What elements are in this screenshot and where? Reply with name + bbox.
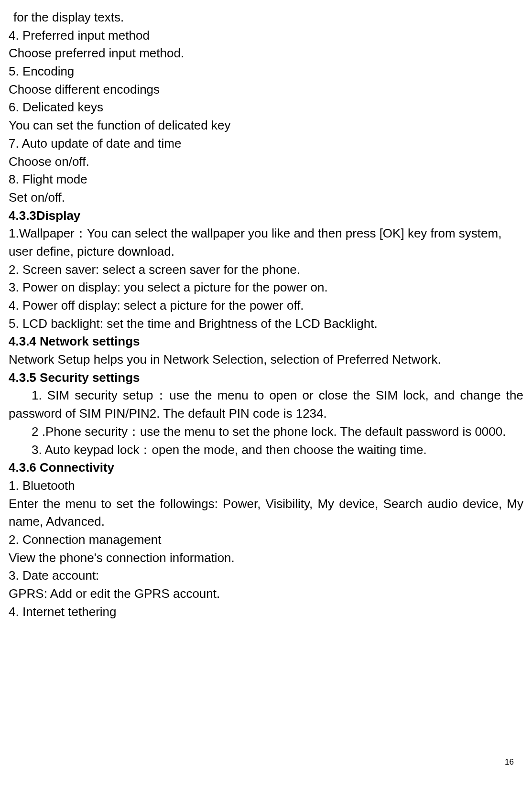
text-line: 1.Wallpaper：You can select the wallpaper…	[9, 225, 523, 260]
section-heading-connectivity: 4.3.6 Connectivity	[9, 459, 523, 477]
text-line: GPRS: Add or edit the GPRS account.	[9, 585, 523, 603]
text-line: Enter the menu to set the followings: Po…	[9, 495, 523, 531]
text-line: Choose different encodings	[9, 81, 523, 99]
text-line: Set on/off.	[9, 189, 523, 207]
text-line: View the phone's connection information.	[9, 549, 523, 567]
section-heading-display: 4.3.3Display	[9, 207, 523, 225]
text-line: 6. Delicated keys	[9, 98, 523, 117]
text-line: 4. Power off display: select a picture f…	[9, 297, 523, 315]
text-line: 2. Screen saver: select a screen saver f…	[9, 261, 523, 279]
text-line: 4. Internet tethering	[9, 603, 523, 621]
text-line: 8. Flight mode	[9, 171, 523, 189]
text-line: for the display texts.	[9, 9, 523, 27]
text-line: 1. SIM security setup：use the menu to op…	[9, 387, 523, 422]
section-heading-network-settings: 4.3.4 Network settings	[9, 333, 523, 351]
text-line: Choose on/off.	[9, 153, 523, 171]
text-line: 3. Power on display: you select a pictur…	[9, 279, 523, 297]
text-line: 3. Auto keypad lock：open the mode, and t…	[9, 441, 523, 459]
text-line: You can set the function of delicated ke…	[9, 117, 523, 135]
text-line: 5. Encoding	[9, 63, 523, 81]
text-line: 2 .Phone security：use the menu to set th…	[9, 423, 523, 441]
text-line: 4. Preferred input method	[9, 27, 523, 45]
text-line: 3. Date account:	[9, 567, 523, 585]
text-line: 5. LCD backlight: set the time and Brigh…	[9, 315, 523, 333]
section-heading-security-settings: 4.3.5 Security settings	[9, 369, 523, 387]
page-number: 16	[505, 757, 514, 768]
text-line: 1. Bluetooth	[9, 477, 523, 495]
text-line: Network Setup helps you in Network Selec…	[9, 351, 523, 369]
text-line: 2. Connection management	[9, 531, 523, 549]
text-line: Choose preferred input method.	[9, 44, 523, 63]
text-line: 7. Auto update of date and time	[9, 135, 523, 153]
